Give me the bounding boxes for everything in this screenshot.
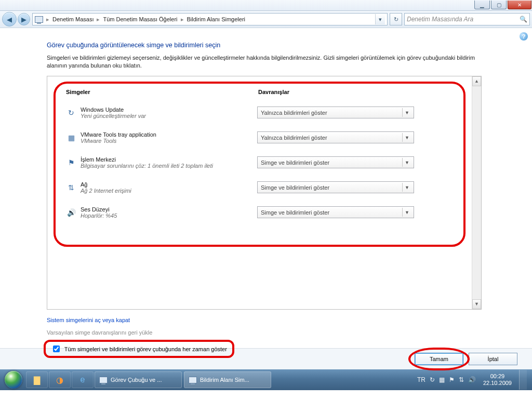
row-subtitle: VMware Tools [81,138,257,144]
search-placeholder: Denetim Masasında Ara [407,16,473,23]
window-icon [189,377,197,383]
refresh-button[interactable]: ↻ [390,13,402,25]
breadcrumb-item[interactable]: Bildirim Alanı Simgeleri [187,16,245,22]
window-titlebar: ▁ ▢ ✕ [0,0,532,11]
restore-defaults-link[interactable]: Varsayılan simge davranışlarını geri yük… [47,329,517,336]
icon-row: 🔊Ses DüzeyiHoparlör: %45Simge ve bildiri… [66,200,462,225]
row-text: AğAğ 2 Internet erişimi [81,181,257,194]
breadcrumb[interactable]: ▸ Denetim Masası ▸ Tüm Denetim Masası Öğ… [32,13,388,25]
scroll-down-icon[interactable]: ▼ [472,299,481,309]
col-behaviors-header: Davranışlar [258,89,289,95]
show-desktop-button[interactable] [519,370,527,390]
explorer-taskbar-icon[interactable]: ▇ [26,371,48,388]
ok-button-highlight: Tamam [415,353,463,365]
behavior-dropdown[interactable]: Simge ve bildirimleri göster▼ [257,156,414,168]
taskbar: ▇ ◑ e Görev Çubuğu ve ... Bildirim Alanı… [0,369,532,390]
tray-update-icon[interactable]: ↻ [430,376,435,383]
row-title: Ağ [81,181,257,188]
forward-button[interactable]: ▶ [18,13,30,25]
address-bar: ◀ ▶ ▸ Denetim Masası ▸ Tüm Denetim Masas… [0,11,532,28]
row-icon: ↻ [66,109,76,117]
row-text: Ses DüzeyiHoparlör: %45 [81,206,257,219]
dropdown-value: Simge ve bildirimleri göster [261,209,329,216]
tray-language[interactable]: TR [417,376,425,383]
tray-vmware-icon[interactable]: ▦ [439,376,445,383]
close-button[interactable]: ✕ [508,1,531,9]
system-icons-link[interactable]: Sistem simgelerini aç veya kapat [47,317,130,323]
row-icon: ⚑ [66,158,76,167]
row-title: İşlem Merkezi [81,156,257,163]
row-title: Windows Update [81,107,257,113]
ie-taskbar-icon[interactable]: e [72,371,94,388]
minimize-button[interactable]: ▁ [474,1,490,9]
row-title: Ses Düzeyi [81,206,257,212]
behavior-dropdown[interactable]: Simge ve bildirimleri göster▼ [257,206,414,218]
search-icon[interactable]: 🔍 [520,16,527,23]
chevron-down-icon: ▼ [402,158,411,167]
row-subtitle: Yeni güncelleştirmeler var [81,113,257,119]
behavior-dropdown[interactable]: Yalnızca bildirimleri göster▼ [257,107,414,118]
tray-action-center-icon[interactable]: ⚑ [449,376,455,383]
taskbar-task-active[interactable]: Bildirim Alanı Sim... [184,371,271,388]
row-text: VMware Tools tray applicationVMware Tool… [81,131,257,144]
scrollbar[interactable]: ▲ ▼ [472,76,481,309]
window-icon [99,377,108,383]
back-button[interactable]: ◀ [2,12,17,26]
icons-list-frame: Simgeler Davranışlar ↻Windows UpdateYeni… [47,76,482,310]
page-title: Görev çubuğunda görüntülenecek simge ve … [47,42,517,49]
content-area: ? Görev çubuğunda görüntülenecek simge v… [0,28,532,348]
start-button[interactable] [3,369,24,390]
tray-volume-icon[interactable]: 🔊 [468,376,476,383]
help-icon[interactable]: ? [520,32,528,41]
behavior-dropdown[interactable]: Simge ve bildirimleri göster▼ [257,181,414,193]
dropdown-value: Simge ve bildirimleri göster [261,184,329,191]
windows-orb-icon [5,371,22,389]
icon-row: ↻Windows UpdateYeni güncelleştirmeler va… [66,100,462,125]
search-input[interactable]: Denetim Masasında Ara 🔍 [404,13,530,25]
dropdown-value: Simge ve bildirimleri göster [261,159,329,166]
dropdown-value: Yalnızca bildirimleri göster [261,110,327,116]
control-panel-icon [35,16,43,23]
row-icon: ⇅ [66,183,76,192]
page-description: Simgeleri ve bildirimleri gizlemeyi seçe… [47,54,483,70]
icon-row: ⇅AğAğ 2 Internet erişimiSimge ve bildiri… [66,175,462,200]
taskbar-task-label: Bildirim Alanı Sim... [200,377,249,383]
chevron-down-icon: ▼ [402,208,411,217]
chevron-right-icon: ▸ [181,16,184,23]
chevron-right-icon: ▸ [46,16,49,23]
breadcrumb-item[interactable]: Tüm Denetim Masası Öğeleri [103,16,177,22]
tray-network-icon[interactable]: ⇅ [459,376,464,383]
scroll-up-icon[interactable]: ▲ [472,76,481,86]
icon-row: ▦VMware Tools tray applicationVMware Too… [66,125,462,150]
annotation-highlight [408,348,470,370]
taskbar-task-label: Görev Çubuğu ve ... [111,377,162,383]
chevron-down-icon: ▼ [402,108,411,117]
chevron-down-icon: ▼ [402,183,411,192]
icon-row: ⚑İşlem MerkeziBilgisayar sorunlarını çöz… [66,150,462,175]
row-subtitle: Hoparlör: %45 [81,212,257,219]
row-icon: ▦ [66,134,76,142]
clock-date: 22.10.2009 [483,380,512,387]
row-text: İşlem MerkeziBilgisayar sorunlarını çöz:… [81,156,257,169]
behavior-dropdown[interactable]: Yalnızca bildirimleri göster▼ [257,131,414,143]
breadcrumb-dropdown[interactable]: ▾ [375,14,385,24]
maximize-button[interactable]: ▢ [491,1,507,9]
column-headers: Simgeler Davranışlar [47,76,481,95]
row-text: Windows UpdateYeni güncelleştirmeler var [81,107,257,119]
annotation-highlight [44,340,234,358]
chevron-down-icon: ▼ [402,133,411,142]
chevron-right-icon: ▸ [97,16,100,23]
clock[interactable]: 00:29 22.10.2009 [483,373,512,386]
taskbar-task[interactable]: Görev Çubuğu ve ... [95,371,182,388]
row-icon: 🔊 [66,208,76,217]
icons-rows: ↻Windows UpdateYeni güncelleştirmeler va… [47,95,481,225]
row-title: VMware Tools tray application [81,131,257,138]
system-tray: TR ↻ ▦ ⚑ ⇅ 🔊 00:29 22.10.2009 [417,370,529,390]
row-subtitle: Bilgisayar sorunlarını çöz: 1 önemli ile… [81,163,257,169]
clock-time: 00:29 [483,373,512,380]
always-show-checkbox-row: Tüm simgeleri ve bildirimleri görev çubu… [47,342,231,356]
col-icons-header: Simgeler [66,89,258,95]
breadcrumb-item[interactable]: Denetim Masası [52,16,94,22]
media-player-taskbar-icon[interactable]: ◑ [49,371,71,388]
row-subtitle: Ağ 2 Internet erişimi [81,188,257,194]
